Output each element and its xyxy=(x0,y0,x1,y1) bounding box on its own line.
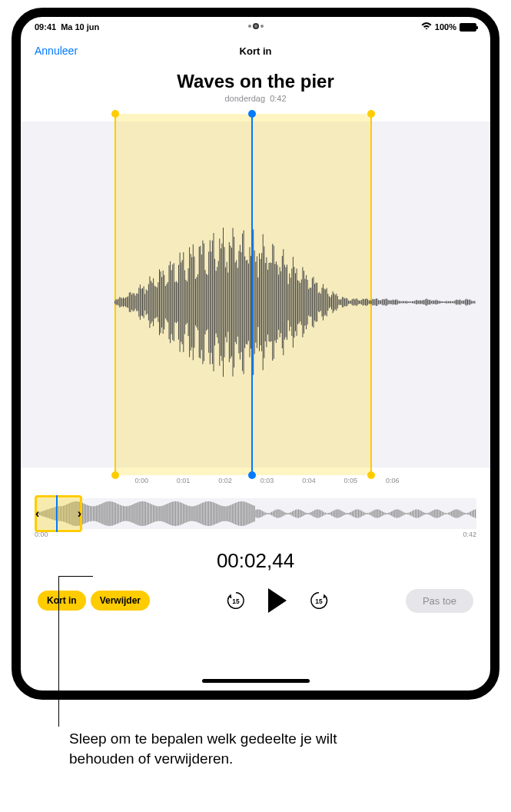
svg-rect-503 xyxy=(355,510,356,517)
battery-icon xyxy=(460,23,476,32)
svg-rect-489 xyxy=(333,511,333,517)
home-indicator[interactable] xyxy=(202,679,310,683)
svg-rect-237 xyxy=(400,301,400,303)
svg-rect-544 xyxy=(420,511,420,517)
svg-rect-338 xyxy=(95,506,95,521)
svg-rect-54 xyxy=(180,253,181,352)
svg-rect-225 xyxy=(386,298,387,305)
svg-rect-105 xyxy=(241,252,242,352)
svg-rect-570 xyxy=(460,511,461,517)
svg-rect-231 xyxy=(393,300,393,305)
current-time: 00:02,44 xyxy=(21,549,490,573)
waveform-detail[interactable]: 0:00 0:01 0:02 0:03 0:04 0:05 0:06 xyxy=(21,114,490,491)
trim-button[interactable]: Kort in xyxy=(38,591,86,611)
svg-rect-402 xyxy=(195,506,196,522)
waveform-overview[interactable] xyxy=(35,498,476,529)
trim-handle-start-top[interactable] xyxy=(111,110,119,118)
svg-rect-387 xyxy=(172,502,173,526)
svg-rect-575 xyxy=(469,512,470,514)
svg-rect-510 xyxy=(366,513,367,514)
svg-rect-418 xyxy=(221,506,221,522)
svg-rect-516 xyxy=(376,510,377,518)
svg-rect-332 xyxy=(85,504,86,524)
svg-rect-212 xyxy=(370,300,370,304)
svg-rect-13 xyxy=(130,292,131,312)
svg-rect-547 xyxy=(424,513,425,514)
delete-button[interactable]: Verwijder xyxy=(91,591,150,611)
svg-rect-197 xyxy=(352,299,353,305)
svg-rect-244 xyxy=(408,301,409,303)
svg-rect-93 xyxy=(227,262,227,343)
svg-rect-545 xyxy=(421,511,422,517)
svg-rect-429 xyxy=(238,502,239,526)
svg-rect-126 xyxy=(266,258,267,348)
svg-rect-57 xyxy=(183,252,184,352)
cancel-button[interactable]: Annuleer xyxy=(35,45,78,57)
trim-handle-end-top[interactable] xyxy=(367,110,375,118)
svg-rect-490 xyxy=(334,510,335,517)
svg-rect-183 xyxy=(335,295,336,310)
svg-rect-80 xyxy=(211,251,211,353)
svg-rect-378 xyxy=(158,506,158,521)
svg-rect-207 xyxy=(363,299,364,305)
svg-rect-389 xyxy=(175,501,176,526)
svg-rect-419 xyxy=(222,506,223,521)
svg-rect-549 xyxy=(427,513,428,514)
svg-rect-261 xyxy=(429,300,430,304)
svg-rect-178 xyxy=(329,296,330,308)
apply-button[interactable]: Pas toe xyxy=(406,589,473,613)
svg-rect-498 xyxy=(347,513,348,514)
svg-rect-109 xyxy=(246,261,247,344)
svg-rect-407 xyxy=(204,502,204,525)
playhead[interactable] xyxy=(251,114,253,475)
svg-rect-14 xyxy=(131,295,132,310)
svg-rect-404 xyxy=(199,504,200,523)
svg-rect-78 xyxy=(208,251,209,352)
svg-rect-234 xyxy=(397,299,397,304)
svg-rect-353 xyxy=(118,504,119,523)
svg-rect-158 xyxy=(305,279,306,326)
svg-text:15: 15 xyxy=(233,597,241,605)
svg-rect-347 xyxy=(109,501,110,526)
svg-rect-79 xyxy=(210,240,211,364)
svg-rect-525 xyxy=(390,512,390,515)
svg-rect-466 xyxy=(297,510,297,518)
svg-rect-141 xyxy=(284,265,285,339)
overview-trim-region[interactable] xyxy=(35,495,82,532)
svg-rect-33 xyxy=(154,286,155,319)
svg-rect-9 xyxy=(125,298,126,307)
svg-rect-343 xyxy=(102,503,103,524)
svg-rect-161 xyxy=(308,289,309,316)
svg-rect-500 xyxy=(350,512,351,515)
svg-rect-162 xyxy=(310,288,310,317)
svg-rect-3 xyxy=(118,299,119,306)
multitask-indicator[interactable] xyxy=(248,25,264,28)
svg-rect-49 xyxy=(174,263,174,341)
svg-rect-542 xyxy=(416,509,417,517)
overview-playhead[interactable] xyxy=(56,495,58,532)
svg-rect-123 xyxy=(263,235,264,371)
svg-rect-494 xyxy=(340,511,341,517)
svg-rect-154 xyxy=(300,283,300,321)
skip-forward-15-button[interactable]: 15 xyxy=(308,590,330,611)
svg-rect-497 xyxy=(346,513,347,514)
svg-rect-157 xyxy=(304,271,304,334)
svg-rect-236 xyxy=(399,301,400,303)
svg-rect-143 xyxy=(287,265,287,340)
svg-rect-176 xyxy=(327,288,327,317)
svg-rect-286 xyxy=(459,300,460,304)
svg-rect-298 xyxy=(473,301,474,304)
svg-rect-486 xyxy=(328,513,329,514)
svg-rect-238 xyxy=(401,301,402,303)
play-button[interactable] xyxy=(268,588,287,613)
svg-rect-517 xyxy=(377,509,378,517)
skip-back-15-button[interactable]: 15 xyxy=(225,590,247,611)
svg-rect-137 xyxy=(280,267,280,337)
svg-rect-473 xyxy=(307,513,308,514)
svg-rect-232 xyxy=(394,300,395,304)
svg-rect-294 xyxy=(469,300,470,304)
svg-rect-222 xyxy=(382,299,383,304)
svg-rect-262 xyxy=(430,300,431,304)
svg-rect-241 xyxy=(405,301,406,304)
svg-rect-174 xyxy=(324,288,325,315)
